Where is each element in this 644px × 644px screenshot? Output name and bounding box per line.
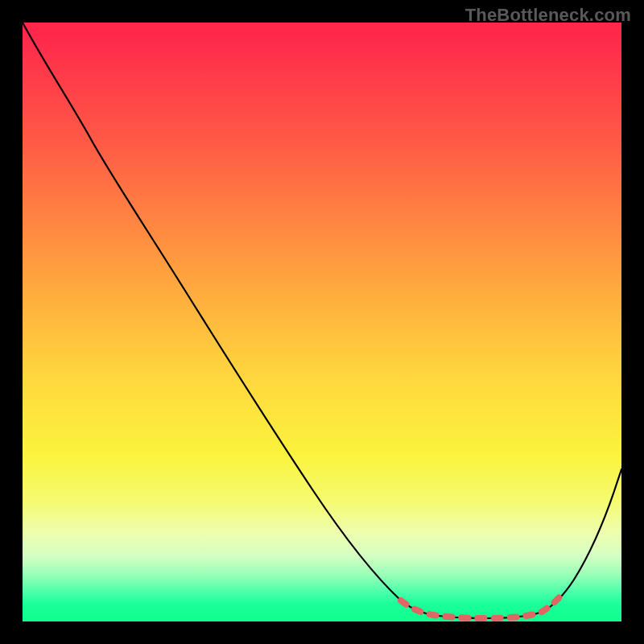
chart-container: TheBottleneck.com xyxy=(0,0,644,644)
plot-area xyxy=(23,23,621,621)
optimal-zone-marker xyxy=(401,592,564,618)
curve-layer xyxy=(23,23,621,621)
bottleneck-curve xyxy=(23,23,621,618)
